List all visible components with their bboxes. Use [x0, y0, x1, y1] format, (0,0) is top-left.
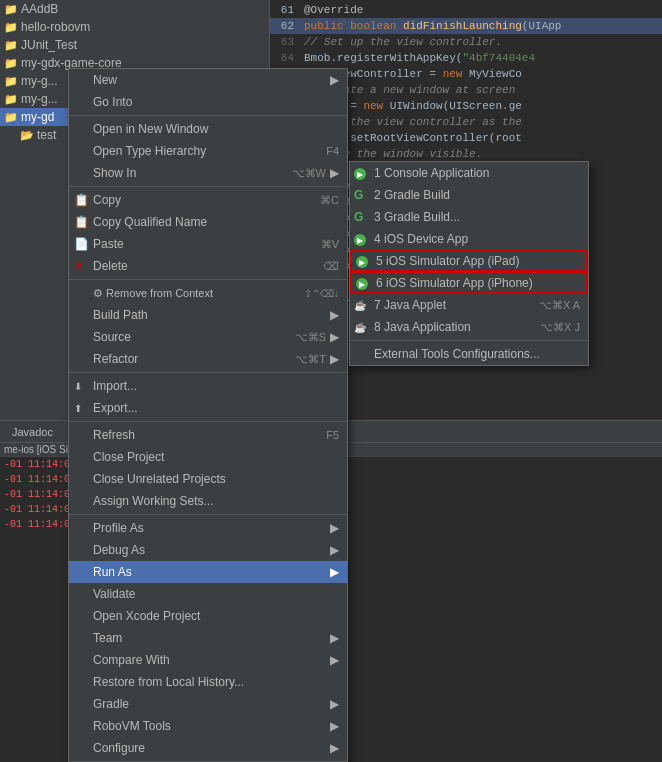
submenu-item-console-app[interactable]: ▶ 1 Console Application [350, 162, 588, 184]
menu-item-remove-context[interactable]: ⚙ Remove from Context ⇧⌃⌫↓ [69, 282, 347, 304]
menu-item-build-path-label: Build Path [93, 308, 326, 322]
menu-item-refresh[interactable]: Refresh F5 [69, 424, 347, 446]
menu-separator [69, 279, 347, 280]
menu-item-import[interactable]: ⬇ Import... [69, 375, 347, 397]
menu-item-restore-history[interactable]: Restore from Local History... [69, 671, 347, 693]
menu-item-configure-label: Configure [93, 741, 326, 755]
menu-item-open-type-hierarchy-label: Open Type Hierarchy [93, 144, 318, 158]
menu-item-gradle[interactable]: Gradle ▶ [69, 693, 347, 715]
menu-shortcut: F4 [326, 145, 339, 157]
menu-item-validate[interactable]: Validate [69, 583, 347, 605]
submenu-item-java-app[interactable]: ☕ 8 Java Application ⌥⌘X J [350, 316, 588, 338]
menu-item-copy-label: Copy [93, 193, 312, 207]
java-app-icon: ☕ [354, 320, 370, 334]
submenu-item-ios-sim-ipad-label: 5 iOS Simulator App (iPad) [376, 254, 519, 268]
menu-item-show-in-label: Show In [93, 166, 284, 180]
arrow-icon: ▶ [330, 73, 339, 87]
menu-item-gradle-label: Gradle [93, 697, 326, 711]
explorer-item-aaddb[interactable]: 📁 AAddB [0, 0, 269, 18]
menu-item-open-new-window-label: Open in New Window [93, 122, 339, 136]
tab-javadoc-label: Javadoc [12, 426, 53, 438]
menu-item-team[interactable]: Team ▶ [69, 627, 347, 649]
menu-item-source[interactable]: Source ⌥⌘S ▶ [69, 326, 347, 348]
gradle-build-3-icon: G [354, 210, 370, 224]
menu-shortcut: F5 [326, 429, 339, 441]
paste-icon: 📄 [74, 237, 89, 251]
menu-item-go-into[interactable]: Go Into [69, 91, 347, 113]
arrow-icon: ▶ [330, 352, 339, 366]
submenu-item-gradle-build[interactable]: G 2 Gradle Build [350, 184, 588, 206]
menu-item-robovm-label: RoboVM Tools [93, 719, 326, 733]
code-content: rootViewController = new MyViewCo [300, 66, 662, 82]
explorer-item-junit-test[interactable]: 📁 JUnit_Test [0, 36, 269, 54]
menu-item-configure[interactable]: Configure ▶ [69, 737, 347, 759]
tab-javadoc[interactable]: Javadoc [4, 421, 61, 443]
submenu-item-ios-device-label: 4 iOS Device App [374, 232, 468, 246]
menu-item-copy[interactable]: 📋 Copy ⌘C [69, 189, 347, 211]
menu-shortcut: ⌥⌘X A [539, 299, 580, 312]
ios-sim-ipad-icon: ▶ [356, 254, 372, 269]
code-content: public boolean didFinishLaunching(UIApp [300, 18, 662, 34]
menu-item-delete-label: Delete [93, 259, 315, 273]
explorer-item-label: my-gd [21, 110, 54, 124]
code-line: 62 public boolean didFinishLaunching(UIA… [270, 18, 662, 34]
menu-item-refactor[interactable]: Refactor ⌥⌘T ▶ [69, 348, 347, 370]
code-line: 64 Bmob.registerWithAppKey("4bf74404e4 [270, 50, 662, 66]
menu-separator [69, 115, 347, 116]
menu-item-source-label: Source [93, 330, 287, 344]
menu-item-assign-working-sets[interactable]: Assign Working Sets... [69, 490, 347, 512]
explorer-item-label: JUnit_Test [21, 38, 77, 52]
submenu-item-ios-sim-ipad[interactable]: ▶ 5 iOS Simulator App (iPad) [350, 250, 588, 272]
menu-item-close-unrelated[interactable]: Close Unrelated Projects [69, 468, 347, 490]
export-icon: ⬆ [74, 403, 82, 414]
menu-item-robovm[interactable]: RoboVM Tools ▶ [69, 715, 347, 737]
menu-item-new-label: New [93, 73, 326, 87]
java-applet-icon: ☕ [354, 298, 370, 312]
menu-item-copy-qualified[interactable]: 📋 Copy Qualified Name [69, 211, 347, 233]
menu-item-export[interactable]: ⬆ Export... [69, 397, 347, 419]
menu-item-paste[interactable]: 📄 Paste ⌘V [69, 233, 347, 255]
explorer-item-hello-robovm[interactable]: 📁 hello-robovm [0, 18, 269, 36]
run-as-container: Run As ▶ ▶ 1 Console Application G 2 Gra… [69, 561, 347, 583]
line-number: 62 [270, 18, 300, 34]
ios-device-icon: ▶ [354, 232, 370, 247]
menu-item-profile-as[interactable]: Profile As ▶ [69, 517, 347, 539]
arrow-icon: ▶ [330, 521, 339, 535]
menu-item-show-in[interactable]: Show In ⌥⌘W ▶ [69, 162, 347, 184]
menu-item-close-project[interactable]: Close Project [69, 446, 347, 468]
green-circle-icon: ▶ [354, 168, 366, 180]
project-icon: 📁 [4, 111, 18, 124]
g-icon: G [354, 211, 366, 223]
line-number: 64 [270, 50, 300, 66]
menu-item-open-xcode-label: Open Xcode Project [93, 609, 339, 623]
green-circle-icon: ▶ [354, 234, 366, 246]
submenu-item-ios-device[interactable]: ▶ 4 iOS Device App [350, 228, 588, 250]
submenu-item-console-app-label: 1 Console Application [374, 166, 489, 180]
menu-item-build-path[interactable]: Build Path ▶ [69, 304, 347, 326]
context-menu: New ▶ Go Into Open in New Window Open Ty… [68, 68, 348, 762]
menu-item-run-as-label: Run As [93, 565, 326, 579]
menu-item-delete[interactable]: ✕ Delete ⌫ [69, 255, 347, 277]
menu-item-new[interactable]: New ▶ [69, 69, 347, 91]
menu-item-open-new-window[interactable]: Open in New Window [69, 118, 347, 140]
menu-item-go-into-label: Go Into [93, 95, 339, 109]
menu-shortcut: ⌘C [320, 194, 339, 207]
menu-item-debug-as[interactable]: Debug As ▶ [69, 539, 347, 561]
menu-item-profile-as-label: Profile As [93, 521, 326, 535]
menu-shortcut: ⌥⌘T [295, 353, 326, 366]
submenu-item-java-applet[interactable]: ☕ 7 Java Applet ⌥⌘X A [350, 294, 588, 316]
submenu-item-gradle-build-3[interactable]: G 3 Gradle Build... [350, 206, 588, 228]
submenu-item-ios-sim-iphone[interactable]: ▶ 6 iOS Simulator App (iPhone) [350, 272, 588, 294]
menu-item-open-xcode[interactable]: Open Xcode Project [69, 605, 347, 627]
submenu-item-external-tools[interactable]: External Tools Configurations... [350, 343, 588, 365]
menu-item-compare-with[interactable]: Compare With ▶ [69, 649, 347, 671]
menu-item-run-as[interactable]: Run As ▶ [69, 561, 347, 583]
menu-item-paste-label: Paste [93, 237, 313, 251]
menu-item-validate-label: Validate [93, 587, 339, 601]
project-icon: 📁 [4, 3, 18, 16]
explorer-item-label: AAddB [21, 2, 58, 16]
menu-item-open-type-hierarchy[interactable]: Open Type Hierarchy F4 [69, 140, 347, 162]
menu-shortcut: ⌫ [323, 260, 339, 273]
code-content: // Create a new window at screen [300, 82, 662, 98]
explorer-item-label: hello-robovm [21, 20, 90, 34]
